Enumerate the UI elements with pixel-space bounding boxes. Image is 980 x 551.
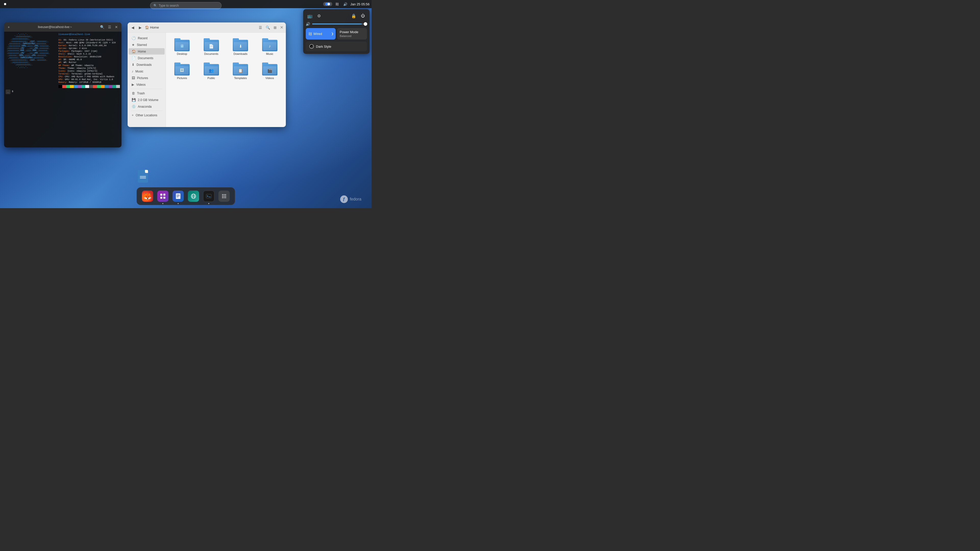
- power-mode-button[interactable]: Power Mode Balanced: [337, 28, 367, 40]
- folder-videos[interactable]: 🎬 Videos: [257, 60, 283, 81]
- fm-actions: ☰ 🔍 ⊞: [258, 25, 278, 30]
- sidebar-other-label: Other Locations: [136, 114, 158, 117]
- folder-documents[interactable]: 📄 Documents: [198, 36, 224, 57]
- desktop-file-icon[interactable]: [138, 170, 149, 183]
- fm-content: 🕐 Recent ★ Starred 🏠 Home 📄 Documents ⬇ …: [127, 33, 286, 127]
- fm-view-button[interactable]: ⊞: [272, 25, 278, 30]
- file-lines: [140, 176, 146, 179]
- power-button[interactable]: ⏻: [359, 12, 367, 20]
- terminal-search-button[interactable]: 🔍: [99, 24, 105, 30]
- term-uptime: Uptime: 2 mins: [68, 47, 87, 50]
- clock: Jan 25 05:56: [350, 2, 369, 6]
- folder-downloads[interactable]: ⬇ Downloads: [228, 36, 254, 57]
- terminal-add-tab-button[interactable]: +: [6, 24, 11, 30]
- dark-style-label: Dark Style: [316, 44, 331, 48]
- sidebar-item-music[interactable]: ♪ Music: [129, 68, 165, 75]
- sidebar-item-other-locations[interactable]: + Other Locations: [129, 112, 165, 118]
- folder-desktop[interactable]: 🖥 Desktop: [169, 36, 195, 57]
- folder-music-icon: ♪: [262, 37, 277, 51]
- file-manager-window[interactable]: ◀ ▶ 🏠 Home ☰ 🔍 ⊞ ✕ 🕐 Recent ★ Starred 🏠: [127, 22, 286, 127]
- terminal-color-blocks: [59, 85, 120, 88]
- network-indicator[interactable]: ⛓: [334, 2, 340, 6]
- term-theme: Theme: Adwaita [GTK/3]: [67, 67, 96, 70]
- dock-item-terminal[interactable]: [202, 189, 215, 203]
- term-de: DE: GNOME 45.0: [64, 59, 82, 61]
- folder-desktop-icon: 🖥: [174, 37, 189, 51]
- settings-button[interactable]: ⚙: [315, 12, 323, 20]
- terminal-close-button[interactable]: ✕: [114, 24, 119, 30]
- fm-forward-button[interactable]: ▶: [138, 25, 143, 30]
- sidebar-trash-label: Trash: [137, 92, 145, 95]
- folder-templates[interactable]: 📋 Templates: [228, 60, 254, 81]
- sidebar-item-pictures[interactable]: 🖼 Pictures: [129, 75, 165, 81]
- fm-menu-button[interactable]: ☰: [258, 25, 263, 30]
- folder-pictures[interactable]: 🖼 Pictures: [169, 60, 195, 81]
- prompt-cursor: $: [12, 90, 13, 94]
- activities-button[interactable]: [2, 3, 8, 6]
- anaconda-icon: 💿: [132, 105, 136, 108]
- music-icon: ♪: [132, 69, 134, 73]
- sidebar-item-volume[interactable]: 💾 2.0 GB Volume: [129, 97, 165, 103]
- dock-item-app-grid[interactable]: [218, 189, 231, 203]
- dock-item-gnome-apps[interactable]: [156, 189, 169, 203]
- panel-icons-left: 📺 ⚙: [306, 12, 323, 20]
- wired-network-button[interactable]: ⛓ Wired ❯: [306, 28, 336, 40]
- fm-title-text: Home: [150, 25, 159, 29]
- fedora-f-icon: ƒ: [340, 195, 348, 203]
- sidebar-item-anaconda[interactable]: 💿 Anaconda: [129, 103, 165, 110]
- svg-rect-2: [160, 197, 162, 199]
- svg-rect-13: [206, 194, 211, 198]
- file-manager-titlebar: ◀ ▶ 🏠 Home ☰ 🔍 ⊞ ✕: [127, 22, 286, 33]
- folder-music[interactable]: ♪ Music: [257, 36, 283, 57]
- dark-style-button[interactable]: Dark Style: [306, 41, 367, 51]
- sidebar-item-documents[interactable]: 📄 Documents: [129, 55, 165, 61]
- terminal-body[interactable]: .',:::,'. ';ccccccccccc;. .;cccccccccccc…: [4, 32, 121, 148]
- dock-item-ftp[interactable]: [187, 189, 200, 203]
- svg-rect-0: [160, 194, 162, 196]
- volume-indicator[interactable]: 🔊: [342, 2, 349, 6]
- sidebar-item-home[interactable]: 🏠 Home: [129, 48, 165, 55]
- system-panel: 📺 ⚙ 🔒 ⏻ 🔊 ⛓ Wired ❯ Power Mode Balanced …: [303, 9, 369, 54]
- svg-point-21: [222, 197, 223, 198]
- dock-item-notes[interactable]: [172, 189, 185, 203]
- fm-title: 🏠 Home: [145, 25, 256, 29]
- search-bar[interactable]: 🔍: [150, 2, 221, 9]
- network-icon: ⛓: [335, 2, 339, 6]
- terminal-menu-button[interactable]: ☰: [107, 24, 112, 30]
- dock-dot-terminal: [208, 203, 209, 204]
- fm-search-button[interactable]: 🔍: [264, 25, 271, 30]
- wired-icon: ⛓: [308, 32, 312, 36]
- dock-item-firefox[interactable]: 🦊: [141, 189, 154, 203]
- folder-public[interactable]: 👥 Public: [198, 60, 224, 81]
- power-mode-sub: Balanced: [340, 35, 352, 38]
- folder-templates-label: Templates: [234, 76, 247, 79]
- search-input[interactable]: [159, 4, 218, 7]
- terminal-titlebar: + liveuser@localhost-live:~ 🔍 ☰ ✕: [4, 22, 121, 32]
- volume-knob[interactable]: [364, 22, 367, 26]
- sidebar-divider-2: [130, 111, 162, 111]
- lock-button[interactable]: 🔒: [350, 12, 358, 20]
- topbar-toggle[interactable]: [323, 2, 332, 6]
- volume-slider[interactable]: [312, 24, 367, 24]
- power-mode-label: Power Mode: [340, 30, 358, 34]
- terminal-sysinfo: liveuser@localhost-live ----------------…: [59, 33, 120, 88]
- svg-point-22: [224, 197, 224, 198]
- screen-share-button[interactable]: 📺: [306, 12, 314, 20]
- sidebar-item-recent[interactable]: 🕐 Recent: [129, 35, 165, 41]
- recent-icon: 🕐: [132, 36, 136, 40]
- terminal-window[interactable]: + liveuser@localhost-live:~ 🔍 ☰ ✕ .',:::…: [4, 22, 121, 148]
- fm-close-button[interactable]: ✕: [280, 25, 283, 30]
- sidebar-item-videos[interactable]: ▶ Videos: [129, 81, 165, 88]
- sidebar-volume-label: 2.0 GB Volume: [138, 98, 159, 102]
- sidebar-anaconda-label: Anaconda: [138, 105, 151, 108]
- term-memory: Memory: 1371MiB / 3898MiB: [68, 81, 101, 84]
- chevron-right-icon: ❯: [331, 32, 334, 35]
- sidebar-item-downloads[interactable]: ⬇ Downloads: [129, 62, 165, 68]
- pictures-icon: 🖼: [132, 76, 135, 80]
- dock: 🦊: [137, 187, 235, 205]
- svg-point-19: [224, 196, 224, 197]
- fm-back-button[interactable]: ◀: [130, 25, 135, 30]
- sidebar-item-starred[interactable]: ★ Starred: [129, 41, 165, 48]
- sidebar-item-trash[interactable]: 🗑 Trash: [129, 90, 165, 97]
- term-cpu: CPU: AMD Ryzen 7 PRO 6850U with Radeon: [65, 76, 115, 78]
